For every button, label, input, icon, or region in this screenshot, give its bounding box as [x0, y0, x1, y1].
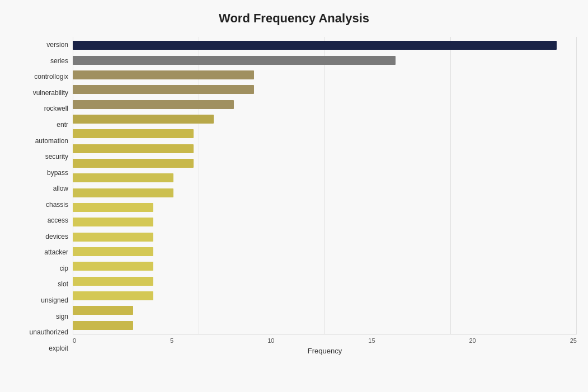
- chart-area: versionseriescontrollogixvulnerabilityro…: [11, 37, 577, 356]
- bar: [73, 306, 133, 315]
- y-label: unsigned: [41, 297, 68, 304]
- bar: [73, 100, 234, 109]
- bar: [73, 188, 173, 197]
- y-label: allow: [53, 185, 68, 192]
- y-label: series: [50, 58, 68, 64]
- bar: [73, 262, 153, 271]
- chart-title: Word Frequency Analysis: [11, 11, 577, 26]
- bar-row: [73, 114, 577, 125]
- bar-row: [73, 261, 577, 272]
- bar: [73, 129, 194, 138]
- bar-row: [73, 187, 577, 199]
- bar: [73, 56, 396, 65]
- bar: [73, 277, 153, 286]
- bar-row: [73, 276, 577, 287]
- y-label: security: [45, 153, 68, 160]
- bars-and-xaxis: 0510152025 Frequency: [73, 37, 577, 356]
- y-label: exploit: [49, 345, 68, 352]
- bar: [73, 159, 194, 168]
- bar-row: [73, 99, 577, 110]
- y-label: attacker: [44, 249, 68, 256]
- y-label: version: [46, 41, 68, 48]
- x-tick: 0: [73, 337, 76, 344]
- y-label: bypass: [47, 169, 68, 176]
- chart-container: Word Frequency Analysis versionseriescon…: [0, 0, 588, 392]
- y-label: entr: [57, 121, 68, 128]
- bar: [73, 85, 254, 94]
- bar-row: [73, 143, 577, 154]
- bar-row: [73, 158, 577, 169]
- bar: [73, 203, 153, 212]
- bar: [73, 321, 133, 330]
- y-label: rockwell: [44, 105, 68, 112]
- bar: [73, 144, 194, 153]
- y-axis-labels: versionseriescontrollogixvulnerabilityro…: [11, 37, 73, 356]
- y-label: cip: [60, 265, 68, 272]
- bar: [73, 247, 153, 256]
- bar-row: [73, 84, 577, 95]
- bar-row: [73, 69, 577, 81]
- x-axis-label: Frequency: [308, 347, 342, 355]
- y-label: controllogix: [34, 73, 68, 80]
- bar-row: [73, 246, 577, 257]
- bar-row: [73, 128, 577, 139]
- bar: [73, 115, 214, 124]
- bar: [73, 173, 173, 182]
- x-axis: 0510152025 Frequency: [73, 334, 577, 356]
- y-label: unauthorized: [30, 329, 68, 336]
- bar-row: [73, 232, 577, 243]
- bar-row: [73, 40, 577, 51]
- x-tick: 15: [368, 337, 375, 344]
- bar: [73, 70, 254, 79]
- y-label: devices: [45, 233, 68, 240]
- bars-section: [73, 37, 577, 334]
- y-label: automation: [35, 138, 68, 144]
- bar-row: [73, 216, 577, 228]
- bar-row: [73, 320, 577, 331]
- bar-row: [73, 55, 577, 66]
- y-label: slot: [58, 281, 68, 287]
- x-tick: 25: [570, 337, 577, 344]
- x-tick: 20: [469, 337, 476, 344]
- bar: [73, 218, 153, 226]
- bar: [73, 41, 557, 50]
- bar: [73, 291, 153, 300]
- y-label: access: [48, 217, 68, 224]
- bars-wrapper: [73, 37, 577, 334]
- x-tick: 5: [170, 337, 173, 344]
- y-label: chassis: [46, 201, 68, 208]
- bar-row: [73, 305, 577, 316]
- bar: [73, 233, 153, 242]
- y-label: vulnerability: [33, 89, 68, 96]
- bar-row: [73, 172, 577, 183]
- bar-row: [73, 290, 577, 301]
- y-label: sign: [56, 313, 68, 320]
- x-tick: 10: [267, 337, 274, 344]
- x-ticks: 0510152025: [73, 337, 577, 344]
- bar-row: [73, 202, 577, 213]
